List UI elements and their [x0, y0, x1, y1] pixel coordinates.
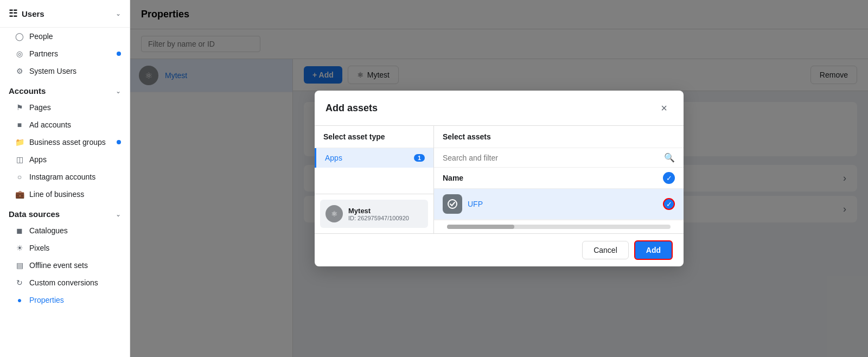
sidebar-item-pixels[interactable]: ☀ Pixels — [0, 239, 130, 257]
sidebar-header[interactable]: ☷ Users ⌄ — [0, 0, 130, 28]
check-selected-icon: ✓ — [663, 198, 675, 210]
person-icon: ◯ — [15, 32, 24, 41]
sidebar-item-instagram-accounts[interactable]: ○ Instagram accounts — [0, 168, 130, 186]
modal-header: Add assets × — [315, 91, 684, 126]
catalogues-icon: ◼ — [15, 226, 24, 235]
properties-icon: ● — [15, 296, 24, 304]
bottom-avatar: ⚛ — [326, 205, 343, 222]
asset-list-item-ufp[interactable]: UFP ✓ — [434, 189, 684, 220]
cancel-button[interactable]: Cancel — [582, 241, 629, 259]
folder-icon: 📁 — [15, 138, 24, 146]
sidebar-title: Users — [22, 9, 44, 18]
scrollbar-thumb — [447, 225, 514, 229]
asset-type-item-apps[interactable]: Apps 1 — [315, 148, 433, 168]
asset-bottom-card: ⚛ Mytest ID: 262975947/100920 — [320, 200, 428, 228]
modal-close-button[interactable]: × — [655, 99, 673, 117]
main-content: Properties ⚛ Mytest + Add ⚛ — [130, 0, 868, 357]
chevron-down-icon: ⌄ — [116, 10, 121, 17]
asset-list-header: Name ✓ — [434, 168, 684, 189]
asset-type-panel: Select asset type Apps 1 ⚛ Mytest ID: 26… — [315, 126, 434, 233]
asset-item-name-ufp: UFP — [468, 200, 483, 208]
apps-icon: ◫ — [15, 155, 24, 164]
asset-type-badge-apps: 1 — [414, 154, 425, 162]
sidebar-item-line-of-business[interactable]: 💼 Line of business — [0, 186, 130, 203]
sidebar: ☷ Users ⌄ ◯ People ◎ Partners ⚙ System U… — [0, 0, 130, 357]
pixels-icon: ☀ — [15, 244, 24, 252]
asset-item-icon-ufp — [443, 194, 462, 214]
offline-icon: ▤ — [15, 261, 24, 270]
sidebar-item-properties[interactable]: ● Properties — [0, 291, 130, 309]
sidebar-item-people[interactable]: ◯ People — [0, 28, 130, 45]
asset-type-header: Select asset type — [315, 126, 433, 148]
partners-notification-dot — [117, 52, 121, 56]
sidebar-header-left: ☷ Users — [9, 8, 44, 20]
handshake-icon: ◎ — [15, 49, 24, 58]
sidebar-item-partners[interactable]: ◎ Partners — [0, 45, 130, 62]
check-all-icon[interactable]: ✓ — [663, 172, 675, 184]
sidebar-item-offline-event-sets[interactable]: ▤ Offline event sets — [0, 257, 130, 274]
asset-search-bar: 🔍 — [434, 148, 684, 168]
asset-search-input[interactable] — [443, 154, 660, 162]
asset-bottom-section: ⚛ Mytest ID: 262975947/100920 — [315, 194, 433, 233]
asset-select-panel: Select assets 🔍 Name ✓ — [434, 126, 684, 233]
flag-icon: ⚑ — [15, 103, 24, 112]
asset-list: UFP ✓ — [434, 189, 684, 220]
sidebar-item-system-users[interactable]: ⚙ System Users — [0, 62, 130, 80]
modal-body: Select asset type Apps 1 ⚛ Mytest ID: 26… — [315, 126, 684, 233]
data-sources-section-header[interactable]: Data sources ⌄ — [0, 203, 130, 222]
users-icon: ☷ — [9, 8, 17, 20]
bottom-name: Mytest — [348, 207, 409, 215]
scroll-area — [434, 220, 684, 233]
sidebar-item-business-asset-groups[interactable]: 📁 Business asset groups — [0, 133, 130, 151]
modal-add-button[interactable]: Add — [634, 240, 673, 260]
grid-icon: ■ — [15, 120, 24, 129]
bottom-id: ID: 262975947/100920 — [348, 215, 409, 221]
data-sources-section-title: Data sources — [9, 209, 60, 219]
modal: Add assets × Select asset type Apps 1 ⚛ — [315, 91, 684, 266]
data-sources-chevron-icon: ⌄ — [116, 211, 121, 218]
sidebar-item-catalogues[interactable]: ◼ Catalogues — [0, 222, 130, 239]
accounts-chevron-icon: ⌄ — [116, 87, 121, 95]
sidebar-item-custom-conversions[interactable]: ↻ Custom conversions — [0, 274, 130, 291]
modal-overlay: Add assets × Select asset type Apps 1 ⚛ — [130, 0, 868, 357]
asset-select-header: Select assets — [434, 126, 684, 148]
business-asset-groups-dot — [117, 140, 121, 144]
sidebar-item-pages[interactable]: ⚑ Pages — [0, 99, 130, 116]
name-column-header: Name — [443, 174, 463, 182]
accounts-section-title: Accounts — [9, 86, 46, 95]
sidebar-item-apps[interactable]: ◫ Apps — [0, 151, 130, 168]
modal-title: Add assets — [326, 103, 378, 114]
search-icon: 🔍 — [664, 152, 675, 163]
svg-point-0 — [448, 200, 457, 208]
sync-icon: ↻ — [15, 278, 24, 287]
settings-icon: ⚙ — [15, 67, 24, 75]
instagram-icon: ○ — [15, 173, 24, 181]
briefcase-icon: 💼 — [15, 190, 24, 199]
horizontal-scrollbar[interactable] — [447, 225, 671, 229]
accounts-section-header[interactable]: Accounts ⌄ — [0, 80, 130, 99]
sidebar-item-ad-accounts[interactable]: ■ Ad accounts — [0, 116, 130, 133]
modal-footer: Cancel Add — [315, 233, 684, 266]
